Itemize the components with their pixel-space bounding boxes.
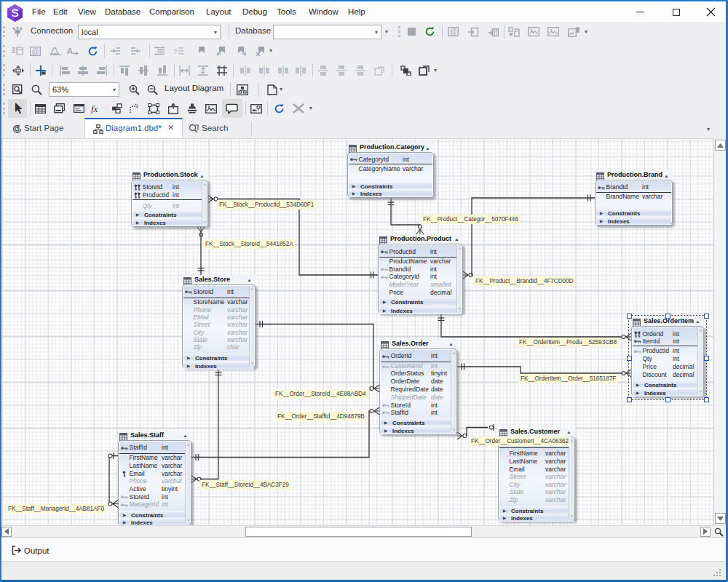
svg-text:A: A xyxy=(67,47,73,55)
svg-text:@: @ xyxy=(449,28,456,36)
svg-text:@: @ xyxy=(31,47,39,55)
svg-text:fx: fx xyxy=(91,104,98,113)
svg-text:?: ? xyxy=(173,48,177,55)
